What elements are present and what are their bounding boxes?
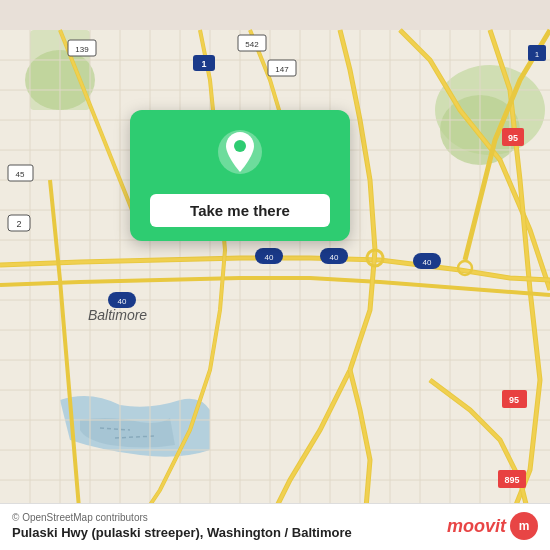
svg-text:147: 147 bbox=[275, 65, 289, 74]
svg-text:45: 45 bbox=[16, 170, 25, 179]
take-me-there-button[interactable]: Take me there bbox=[150, 194, 330, 227]
osm-attribution: © OpenStreetMap contributors bbox=[12, 512, 447, 523]
moovit-brand-text: moovit bbox=[447, 516, 506, 537]
bottom-left: © OpenStreetMap contributors Pulaski Hwy… bbox=[12, 512, 447, 540]
svg-point-71 bbox=[234, 140, 246, 152]
svg-text:40: 40 bbox=[118, 297, 127, 306]
map-background: 1 542 147 139 45 2 1 40 40 40 40 95 95 bbox=[0, 0, 550, 550]
bottom-bar: © OpenStreetMap contributors Pulaski Hwy… bbox=[0, 503, 550, 550]
svg-text:40: 40 bbox=[423, 258, 432, 267]
map-container: 1 542 147 139 45 2 1 40 40 40 40 95 95 bbox=[0, 0, 550, 550]
svg-text:895: 895 bbox=[504, 475, 519, 485]
svg-text:Baltimore: Baltimore bbox=[88, 307, 147, 323]
pin-icon-wrapper bbox=[216, 128, 264, 180]
svg-text:139: 139 bbox=[75, 45, 89, 54]
svg-text:2: 2 bbox=[16, 219, 21, 229]
moovit-icon: m bbox=[510, 512, 538, 540]
svg-text:95: 95 bbox=[509, 395, 519, 405]
svg-text:95: 95 bbox=[508, 133, 518, 143]
svg-text:542: 542 bbox=[245, 40, 259, 49]
location-name: Pulaski Hwy (pulaski streeper), Washingt… bbox=[12, 525, 447, 540]
location-pin-icon bbox=[216, 128, 264, 176]
location-card: Take me there bbox=[130, 110, 350, 241]
svg-text:1: 1 bbox=[535, 50, 540, 59]
svg-text:40: 40 bbox=[330, 253, 339, 262]
svg-text:40: 40 bbox=[265, 253, 274, 262]
svg-text:1: 1 bbox=[201, 59, 206, 69]
moovit-logo: moovit m bbox=[447, 512, 538, 540]
